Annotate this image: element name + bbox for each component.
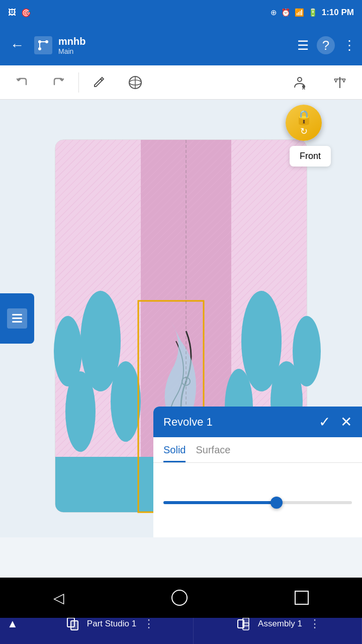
branch-icon xyxy=(34,36,52,54)
app-name: mnhb xyxy=(58,36,291,47)
revolve-slider-track[interactable] xyxy=(163,501,352,504)
tab-surface[interactable]: Surface xyxy=(196,444,230,462)
back-button[interactable]: ← xyxy=(6,33,28,57)
revolve-confirm-button[interactable]: ✓ xyxy=(319,414,330,430)
status-bar: 🖼 🎯 ⊕ ⏰ 📶 🔋 1:10 PM xyxy=(0,0,362,25)
svg-point-31 xyxy=(54,316,82,386)
svg-point-1 xyxy=(38,47,41,50)
more-button[interactable]: ⋮ xyxy=(343,38,356,53)
toolbar xyxy=(0,65,362,100)
undo-redo-group xyxy=(4,67,76,98)
revolve-close-button[interactable]: ✕ xyxy=(340,414,352,430)
battery-icon: 🔋 xyxy=(308,8,318,17)
svg-rect-16 xyxy=(12,321,22,323)
part-studio-menu-button[interactable]: ⋮ xyxy=(143,617,154,630)
revolve-content xyxy=(153,463,362,537)
revolve-title: Revolve 1 xyxy=(163,416,213,429)
status-time: 1:10 PM xyxy=(322,8,354,18)
revolve-panel: Revolve 1 ✓ ✕ Solid Surface xyxy=(153,407,362,537)
revolve-header: Revolve 1 ✓ ✕ xyxy=(153,407,362,437)
svg-point-8 xyxy=(298,77,302,82)
sphere-button[interactable] xyxy=(117,67,153,98)
nav-recent-button[interactable] xyxy=(295,591,309,605)
redo-button[interactable] xyxy=(40,67,76,98)
assembly-label: Assembly 1 xyxy=(258,619,302,629)
app-title-group: mnhb Main xyxy=(58,36,291,55)
front-label: Front xyxy=(290,146,331,167)
alarm-icon: ⏰ xyxy=(281,8,291,17)
target-icon: 🎯 xyxy=(21,8,31,18)
scale-button[interactable] xyxy=(322,67,358,98)
revolve-slider-fill xyxy=(163,501,277,504)
nav-back-button[interactable]: ◁ xyxy=(53,590,64,606)
app-bar-actions: ☰ ? ⋮ xyxy=(297,36,356,54)
svg-rect-15 xyxy=(12,317,22,319)
side-panel-icon xyxy=(7,308,27,329)
status-right-icons: ⊕ ⏰ 📶 🔋 1:10 PM xyxy=(270,8,354,18)
svg-point-28 xyxy=(111,361,141,442)
svg-rect-49 xyxy=(243,623,249,630)
svg-point-38 xyxy=(293,316,321,386)
person-button[interactable] xyxy=(282,67,318,98)
edit-button[interactable] xyxy=(81,67,117,98)
lock-icon: 🔒 xyxy=(295,109,313,126)
side-panel-toggle[interactable] xyxy=(0,293,34,344)
toolbar-right xyxy=(282,67,358,98)
revolve-tabs: Solid Surface xyxy=(153,437,362,463)
nav-home-button[interactable] xyxy=(171,590,188,606)
gallery-icon: 🖼 xyxy=(8,8,16,17)
canvas-area: 🔒 ↻ Front xyxy=(0,100,362,537)
part-studio-label: Part Studio 1 xyxy=(87,619,136,629)
rotate-icon: ↻ xyxy=(300,126,308,137)
app-bar: ← mnhb Main ☰ ? ⋮ xyxy=(0,25,362,65)
assembly-menu-button[interactable]: ⋮ xyxy=(309,617,320,630)
svg-rect-14 xyxy=(12,314,22,315)
revolve-actions: ✓ ✕ xyxy=(319,414,352,430)
undo-button[interactable] xyxy=(4,67,40,98)
view-lock-button[interactable]: 🔒 ↻ xyxy=(286,105,322,141)
system-nav-bar: ◁ xyxy=(0,578,362,618)
svg-point-2 xyxy=(45,40,48,43)
toolbar-divider-1 xyxy=(78,72,79,93)
signal-icon: 📶 xyxy=(295,8,304,17)
front-text: Front xyxy=(300,151,321,161)
app-subtitle: Main xyxy=(58,47,291,55)
status-left-icons: 🖼 🎯 xyxy=(8,8,31,18)
svg-rect-46 xyxy=(71,621,78,630)
help-button[interactable]: ? xyxy=(317,36,335,54)
revolve-slider-thumb[interactable] xyxy=(270,497,283,509)
wifi-icon: ⊕ xyxy=(270,8,277,17)
tab-solid[interactable]: Solid xyxy=(163,444,186,462)
message-button[interactable]: ☰ xyxy=(297,38,309,53)
